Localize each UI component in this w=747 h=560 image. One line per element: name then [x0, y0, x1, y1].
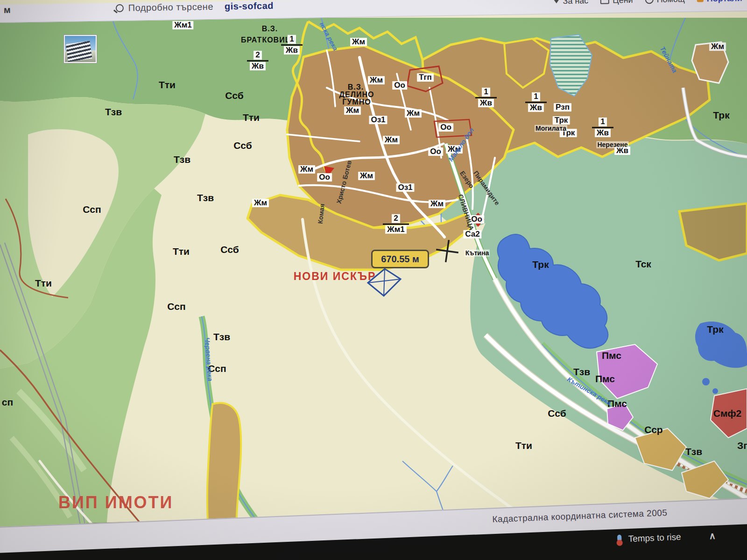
map-label-Тзв: Тзв — [197, 193, 214, 203]
map-label-Пмс: Пмс — [595, 374, 615, 384]
map-label-Тзв: Тзв — [573, 367, 590, 377]
map-label-Тгп: Тгп — [417, 73, 434, 82]
search-icon — [116, 4, 124, 12]
map-label-Сср: Сср — [644, 425, 662, 435]
map-fraction-1-Жв: 1Жв — [475, 88, 497, 107]
map-label-Жм: Жм — [252, 199, 269, 207]
map-label-ГУМНО: ГУМНО — [342, 98, 371, 106]
map-label-Жм1: Жм1 — [172, 21, 193, 29]
map-label-Нерезене: Нерезене — [596, 141, 628, 148]
map-label-Тти: Тти — [173, 246, 190, 257]
map-label-НОВИ ИСКЪР: НОВИ ИСКЪР — [294, 271, 376, 282]
map-label-Жм: Жм — [383, 136, 400, 144]
map-label-Зп: Зп — [737, 441, 747, 451]
map-label-Тзв: Тзв — [685, 447, 702, 457]
map-label-Оз1: Оз1 — [369, 116, 387, 124]
map-label-Ссб: Ссб — [233, 140, 252, 151]
map-label-сп: сп — [2, 397, 13, 407]
funnel-icon — [553, 0, 559, 3]
map-label-Ссб: Ссб — [220, 245, 239, 255]
map-label-Трк: Трк — [532, 259, 549, 270]
toolbar-left-partial: м — [4, 4, 11, 15]
map-label-Трк: Трк — [713, 110, 729, 120]
menu-item-prices[interactable]: Цени — [600, 0, 633, 5]
map-fraction-1-Жв: 1Жв — [592, 118, 613, 137]
menu-item-portals[interactable]: Портали — [697, 0, 742, 4]
search-label: Подробно търсене — [128, 1, 214, 13]
clock-icon — [645, 0, 653, 4]
map-label-Тейната: Тейната — [659, 46, 678, 74]
map-label-Жм: Жм — [350, 38, 367, 46]
map-label-Жм: Жм — [709, 42, 726, 51]
map-fraction-2-Жм1: 2Жм1 — [383, 214, 409, 234]
search-bar[interactable]: Подробно търсене gis-sofcad — [116, 0, 274, 13]
map-label-Жм: Жм — [298, 165, 315, 174]
elevation-tooltip: 670.55 м — [371, 250, 429, 268]
map-label-Жм: Жм — [405, 109, 422, 118]
logo-image — [64, 35, 97, 63]
map-label-Христо Ботев: Христо Ботев — [335, 160, 352, 204]
map-label-Оо: Оо — [428, 147, 443, 156]
chevron-up-icon[interactable]: ∧ — [709, 530, 716, 542]
map-label-В.З.: В.З. — [262, 25, 278, 33]
map-label-Оо: Оо — [438, 123, 453, 132]
map-label-Трк: Трк — [707, 324, 723, 335]
map-label-Ссб: Ссб — [548, 408, 566, 419]
map-label-нска река: нска река — [318, 21, 339, 52]
laptop-screen: м Подробно търсене gis-sofcad За нас Цен… — [0, 0, 747, 560]
coordinate-system-label: Кадастрална координатна система 2005 — [492, 508, 668, 525]
map-fraction-1-Жв: 1Жв — [525, 92, 547, 112]
person-icon — [697, 0, 704, 2]
map-labels: Жм1ЖмЖмОоТгпЖмОз1ЖмОоЖмОоЖмОз1ЖмЖмОоЖмЖм… — [0, 18, 747, 560]
map-fraction-1-Жв: 1Жв — [281, 35, 303, 55]
map-label-Тти: Тти — [35, 278, 52, 288]
menu-item-about[interactable]: За нас — [553, 0, 588, 6]
brand-gis-sofcad: gis-sofcad — [225, 0, 274, 12]
watermark: ВИП ИМОТИ — [58, 493, 173, 512]
map-label-Тзв: Тзв — [174, 154, 190, 165]
map-label-Тти: Тти — [243, 112, 260, 123]
map-label-Тти: Тти — [159, 80, 176, 90]
map-label-Оо: Оо — [392, 81, 407, 90]
map-label-Са2: Са2 — [463, 230, 481, 238]
map-label-Тзв: Тзв — [105, 107, 122, 117]
map-label-Жм: Жм — [368, 76, 385, 84]
map-fraction-2-Жв: 2Жв — [247, 51, 268, 70]
map-label-Комая: Комая — [317, 203, 325, 224]
map-label-Трк: Трк — [553, 116, 570, 125]
map-label-Тзв: Тзв — [213, 332, 230, 342]
map-label-Оз1: Оз1 — [396, 183, 414, 192]
map-label-Смф2: Смф2 — [713, 408, 741, 419]
map-label-Жм: Жм — [344, 106, 361, 115]
map-label-Рзп: Рзп — [554, 103, 571, 112]
map-label-Оо: Оо — [317, 173, 332, 182]
map-label-Жм: Жм — [429, 200, 445, 208]
thermometer-icon — [617, 535, 622, 544]
weather-widget[interactable]: Temps to rise — [628, 532, 681, 544]
map-label-Могилата: Могилата — [535, 125, 567, 132]
map-label-Тск: Тск — [635, 259, 651, 269]
map-label-Ссп: Ссп — [83, 204, 101, 215]
map-label-Тти: Тти — [515, 441, 532, 451]
map-label-Пирамидите: Пирамидите — [472, 170, 500, 207]
map-canvas[interactable]: Жм1ЖмЖмОоТгпЖмОз1ЖмОоЖмОоЖмОз1ЖмЖмОоЖмЖм… — [0, 18, 747, 560]
map-label-СЛИВНИЦА: СЛИВНИЦА — [457, 194, 475, 231]
map-label-Кътина: Кътина — [465, 250, 490, 257]
map-label-Ссп: Ссп — [167, 301, 185, 312]
map-label-Жм: Жм — [358, 172, 375, 180]
map-label-Пмс: Пмс — [602, 350, 621, 361]
map-label-Ссб: Ссб — [225, 91, 243, 101]
toolbar-menu: За нас Цени Помощ Портали — [553, 0, 742, 6]
logo-building — [66, 41, 92, 62]
map-label-Червена река: Червена река — [204, 337, 213, 381]
menu-item-help[interactable]: Помощ — [645, 0, 684, 5]
frame-icon — [600, 0, 609, 4]
